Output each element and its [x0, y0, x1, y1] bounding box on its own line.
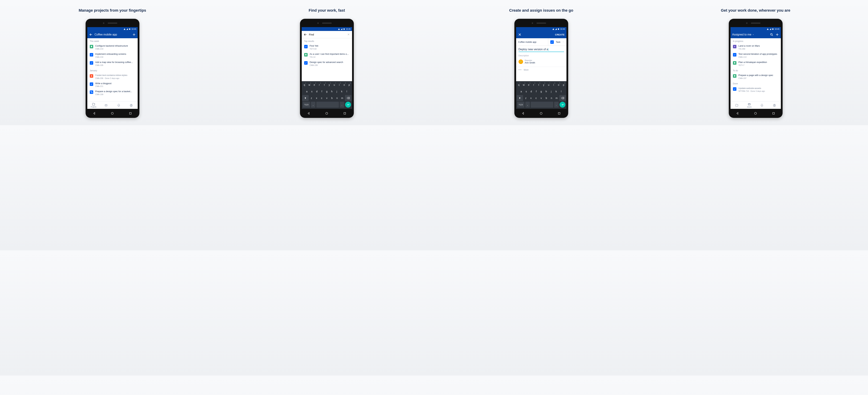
keyboard[interactable]: 1q2w3e4r5t6y7u8i9o0pasdfghjklzxcvbnm?123…	[516, 81, 566, 109]
key-y[interactable]: 6y	[327, 82, 332, 88]
key-k[interactable]: k	[554, 88, 558, 94]
key-j[interactable]: j	[549, 88, 553, 94]
key-f[interactable]: f	[534, 88, 538, 94]
shift-key[interactable]	[302, 95, 309, 101]
back-icon[interactable]	[89, 33, 93, 36]
key-q[interactable]: 1q	[302, 82, 307, 88]
tab-projects[interactable]: Projects	[87, 102, 100, 109]
close-icon[interactable]	[518, 33, 522, 36]
key-e[interactable]: 3e	[527, 82, 531, 88]
key-y[interactable]: 6y	[541, 82, 546, 88]
search-input[interactable]	[309, 33, 345, 36]
key-x[interactable]: x	[529, 95, 533, 101]
space-key[interactable]	[316, 102, 339, 108]
key-i[interactable]: 8i	[337, 82, 341, 88]
key-s[interactable]: s	[310, 88, 314, 94]
add-icon[interactable]	[775, 33, 779, 36]
key-c[interactable]: c	[319, 95, 324, 101]
list-item[interactable]: Configure backend infrastructureCMA-214	[87, 43, 138, 51]
list-item[interactable]: As a user I can find important items o..…	[302, 51, 352, 59]
enter-key[interactable]	[559, 102, 565, 108]
key-k[interactable]: k	[340, 88, 344, 94]
key-r[interactable]: 4r	[532, 82, 536, 88]
clear-icon[interactable]: ✕	[347, 33, 350, 36]
more-fields[interactable]: ••• More	[516, 67, 566, 73]
space-key[interactable]	[531, 102, 553, 108]
key-d[interactable]: d	[315, 88, 319, 94]
key-o[interactable]: 9o	[556, 82, 561, 88]
key-v[interactable]: v	[539, 95, 544, 101]
reporter-field[interactable]: 🙂 Reporter Ann Smith	[516, 58, 566, 65]
add-icon[interactable]	[132, 33, 136, 36]
key-i[interactable]: 8i	[551, 82, 556, 88]
key-w[interactable]: 2w	[307, 82, 312, 88]
shift-key[interactable]	[517, 95, 523, 101]
key-g[interactable]: g	[539, 88, 544, 94]
key-p[interactable]: 0p	[561, 82, 566, 88]
key-r[interactable]: 4r	[317, 82, 322, 88]
key-f[interactable]: f	[319, 88, 324, 94]
key-p[interactable]: 0p	[347, 82, 351, 88]
key-v[interactable]: v	[324, 95, 329, 101]
key-e[interactable]: 3e	[312, 82, 317, 88]
backspace-key[interactable]	[559, 95, 566, 101]
list-item[interactable]: Add a map view for browsing coffee...CMA…	[87, 59, 138, 67]
list-item[interactable]: Prepare a design spec for a basket...CMA…	[87, 89, 138, 97]
key-g[interactable]: g	[324, 88, 329, 94]
key-w[interactable]: 2w	[522, 82, 526, 88]
period-key[interactable]: .	[340, 102, 344, 108]
keyboard[interactable]: 1q2w3e4r5t6y7u8i9o0pasdfghjklzxcvbnm?123…	[302, 81, 352, 109]
list-item[interactable]: Prepare a page with a design specCMA-197	[731, 73, 781, 81]
key-a[interactable]: a	[519, 88, 523, 94]
project-picker[interactable]: Coffee mobile app	[516, 38, 548, 46]
key-d[interactable]: d	[529, 88, 533, 94]
key-b[interactable]: b	[330, 95, 334, 101]
key-z[interactable]: z	[524, 95, 528, 101]
key-t[interactable]: 5t	[536, 82, 541, 88]
tab-issues[interactable]	[100, 102, 113, 109]
search-icon[interactable]	[770, 33, 774, 36]
tab-issues[interactable]: Issues	[743, 102, 756, 109]
enter-key[interactable]	[345, 102, 351, 108]
list-item[interactable]: Footer text contains inline stylesCMA-20…	[87, 73, 138, 81]
key-b[interactable]: b	[544, 95, 549, 101]
summary-input[interactable]: Deploy new version of a	[519, 48, 564, 52]
key-l[interactable]: l	[345, 88, 349, 94]
key-h[interactable]: h	[330, 88, 334, 94]
period-key[interactable]: .	[554, 102, 559, 108]
key-l[interactable]: l	[559, 88, 563, 94]
tab-notifications[interactable]	[113, 102, 125, 109]
key-z[interactable]: z	[309, 95, 314, 101]
description-field[interactable]: Description	[516, 53, 566, 58]
backspace-key[interactable]	[345, 95, 351, 101]
key-a[interactable]: a	[305, 88, 309, 94]
tab-account[interactable]	[125, 102, 138, 109]
key-j[interactable]: j	[335, 88, 339, 94]
list-item[interactable]: Land a rover on MarsTIS-340	[731, 43, 781, 51]
key-u[interactable]: 7u	[332, 82, 337, 88]
tab-notifications[interactable]	[756, 102, 768, 109]
symbols-key[interactable]: ?123	[517, 102, 524, 108]
key-m[interactable]: m	[554, 95, 559, 101]
key-u[interactable]: 7u	[547, 82, 551, 88]
list-item[interactable]: Write a blogpostCMA-211	[87, 81, 138, 89]
filter-dropdown[interactable]: Assigned to me	[732, 33, 768, 36]
key-t[interactable]: 5t	[322, 82, 327, 88]
back-icon[interactable]	[304, 33, 307, 36]
key-s[interactable]: s	[524, 88, 528, 94]
symbols-key[interactable]: ?123	[303, 102, 310, 108]
comma-key[interactable]: ,	[525, 102, 530, 108]
comma-key[interactable]: ,	[311, 102, 315, 108]
key-o[interactable]: 9o	[342, 82, 346, 88]
key-x[interactable]: x	[314, 95, 319, 101]
list-item[interactable]: Test second iteration of app prototypesC…	[731, 51, 781, 59]
list-item[interactable]: Design spec for advanced searchCMA-199	[302, 59, 352, 67]
create-button[interactable]: CREATE	[555, 33, 564, 36]
list-item[interactable]: Plan a Himalayan expeditionYETI-7	[731, 59, 781, 67]
list-item[interactable]: Update website assetsSPTRM-710 · Done 3 …	[731, 86, 781, 94]
key-m[interactable]: m	[340, 95, 345, 101]
tab-account[interactable]	[768, 102, 781, 109]
key-h[interactable]: h	[544, 88, 549, 94]
key-q[interactable]: 1q	[517, 82, 521, 88]
key-n[interactable]: n	[335, 95, 339, 101]
